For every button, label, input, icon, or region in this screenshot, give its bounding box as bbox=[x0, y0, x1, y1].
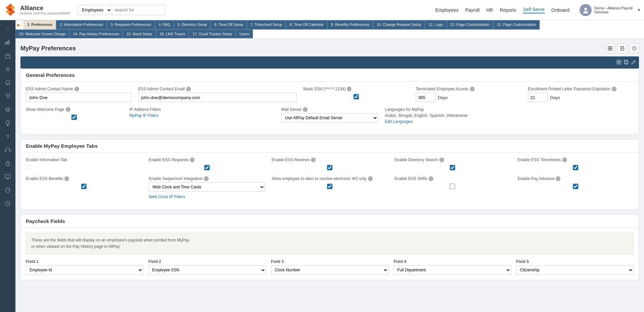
sub-tab-need-setup[interactable]: 15. Need Setup bbox=[123, 30, 156, 38]
document-button[interactable] bbox=[618, 44, 627, 53]
enrollment-input[interactable] bbox=[528, 93, 548, 102]
sidebar-item-lock[interactable] bbox=[2, 157, 14, 169]
mail-server-select[interactable]: Use AllPay Default Email Server bbox=[281, 113, 378, 123]
sub-tab-change-request[interactable]: 10. Change Request Setup bbox=[373, 20, 425, 30]
sidebar: ⌂ ? bbox=[0, 20, 15, 312]
allow-electronic-w2-checkbox[interactable] bbox=[327, 184, 332, 189]
enable-ess-shifts-checkbox[interactable] bbox=[450, 184, 455, 189]
sidebar-item-briefcase[interactable] bbox=[2, 50, 14, 62]
sidebar-item-shopping[interactable] bbox=[2, 90, 14, 102]
blue-bar-icon1[interactable] bbox=[616, 59, 622, 66]
search-category-select[interactable]: Employees bbox=[77, 5, 112, 15]
terminated-access-input[interactable] bbox=[416, 93, 436, 102]
sidebar-item-chart[interactable] bbox=[2, 36, 14, 48]
show-welcome-checkbox[interactable] bbox=[71, 115, 77, 120]
sidebar-item-clock2[interactable] bbox=[2, 197, 14, 210]
sub-tab-page-custom1[interactable]: 12. Page Customization bbox=[447, 20, 493, 30]
nav-payroll[interactable]: Payroll bbox=[465, 7, 480, 13]
terminated-access-info[interactable]: i bbox=[470, 87, 475, 91]
enable-ess-benefits-info[interactable]: i bbox=[64, 176, 69, 181]
allow-electronic-w2-info[interactable]: i bbox=[368, 176, 373, 181]
enable-ess-requests-info[interactable]: i bbox=[190, 158, 195, 162]
enrollment-info[interactable]: i bbox=[612, 87, 616, 91]
field2-group: Field 2 Employee Id Employee SSN Clock N… bbox=[148, 259, 266, 275]
field2-label: Field 2 bbox=[148, 259, 266, 264]
field1-select[interactable]: Employee Id Employee SSN Clock Number Fu… bbox=[26, 265, 143, 275]
field3-select[interactable]: Employee Id Employee SSN Clock Number Fu… bbox=[271, 265, 388, 275]
sub-tab-benefits-prefs[interactable]: 9. Benefits Preferences bbox=[327, 20, 373, 30]
mask-ssn-info[interactable]: i bbox=[347, 87, 352, 91]
enable-directory-search-checkbox[interactable] bbox=[450, 165, 455, 170]
nav-employees[interactable]: Employees bbox=[435, 7, 459, 13]
nav-self-serve[interactable]: Self Serve bbox=[523, 7, 545, 13]
search-input[interactable] bbox=[112, 5, 165, 15]
edit-languages-link[interactable]: Edit Languages bbox=[385, 119, 530, 124]
enable-info-tab-checkbox[interactable] bbox=[26, 165, 31, 170]
sidebar-item-question[interactable]: ? bbox=[2, 130, 14, 142]
ess-admin-name-info[interactable]: i bbox=[74, 87, 79, 91]
employee-tabs-section: Enable MyPay Employee Tabs Enable Inform… bbox=[20, 139, 639, 210]
svg-rect-35 bbox=[608, 49, 610, 50]
enable-ess-shifts-info[interactable]: i bbox=[429, 176, 433, 181]
sub-tab-lms-tracks[interactable]: 16. LMS Tracks bbox=[156, 30, 189, 38]
terminated-access-unit: Days bbox=[438, 95, 448, 100]
sub-tab-welcome-design[interactable]: 13. Welcome Screen Design bbox=[15, 30, 69, 38]
enable-directory-search-info[interactable]: i bbox=[439, 158, 444, 162]
sub-tab-time-off-setup[interactable]: 6. Time Off Setup bbox=[211, 20, 247, 30]
nav-hr[interactable]: HR bbox=[486, 7, 493, 13]
blue-bar-icon3[interactable] bbox=[631, 59, 636, 66]
enable-ess-benefits-checkbox[interactable] bbox=[81, 184, 87, 189]
mail-server-info[interactable]: i bbox=[303, 107, 308, 112]
enable-ess-reviews-checkbox[interactable] bbox=[327, 165, 332, 170]
ess-admin-name-input[interactable] bbox=[26, 93, 131, 102]
sidebar-item-headset[interactable] bbox=[2, 144, 14, 156]
search-area: Employees bbox=[77, 5, 165, 15]
svg-rect-22 bbox=[9, 150, 10, 151]
grid-view-button[interactable] bbox=[605, 44, 615, 53]
ip-filters-link[interactable]: MyPay IP Filters bbox=[129, 113, 275, 118]
enable-swipeclock-info[interactable]: i bbox=[204, 176, 209, 181]
ess-admin-email-info[interactable]: i bbox=[186, 87, 191, 91]
sidebar-item-home[interactable]: ⌂ bbox=[2, 23, 14, 35]
sub-tab-directory-setup[interactable]: 5. Directory Setup bbox=[174, 20, 211, 30]
enable-ess-reviews-info[interactable]: i bbox=[311, 158, 316, 162]
web-clock-ip-filters-link[interactable]: Web Clock IP Filters bbox=[149, 194, 265, 199]
sub-tab-page-custom2[interactable]: 12. Page Customization bbox=[493, 20, 540, 30]
mask-ssn-checkbox[interactable] bbox=[354, 94, 359, 99]
sub-tab-pay-history-prefs[interactable]: 14. Pay History Preferences bbox=[69, 30, 123, 38]
ess-admin-email-input[interactable] bbox=[138, 93, 297, 102]
enable-pay-advance-info[interactable]: i bbox=[556, 176, 560, 181]
field2-select[interactable]: Employee Id Employee SSN Clock Number Fu… bbox=[148, 265, 266, 275]
nav-onboard[interactable]: Onboard bbox=[551, 7, 570, 13]
history-button[interactable] bbox=[630, 44, 639, 53]
enable-pay-advance-checkbox[interactable] bbox=[573, 184, 578, 189]
field5-select[interactable]: Employee Id Employee SSN Clock Number Fu… bbox=[516, 265, 634, 275]
sidebar-item-graduation[interactable] bbox=[2, 103, 14, 116]
sub-tab-preferences[interactable]: 1. Preferences bbox=[23, 20, 56, 30]
sub-tab-faq[interactable]: 4. FAQ bbox=[155, 20, 174, 30]
enable-ess-requests-checkbox[interactable] bbox=[204, 165, 210, 170]
sub-tab-requests-prefs[interactable]: 3. Requests Preferences bbox=[107, 20, 155, 30]
logo-text: Alliance HUMAN CAPITAL MANAGEMENT bbox=[20, 5, 71, 15]
show-welcome-info[interactable]: i bbox=[66, 107, 70, 112]
sidebar-item-list[interactable] bbox=[2, 63, 14, 75]
sidebar-item-monitor[interactable] bbox=[2, 171, 14, 183]
sub-tab-info-prefs[interactable]: 2. Information Preferences bbox=[56, 20, 107, 30]
sidebar-item-lightbulb[interactable] bbox=[2, 117, 14, 129]
blue-bar-icon2[interactable] bbox=[624, 59, 629, 66]
sub-tab-time-off-calendar[interactable]: 8. Time Off Calendar bbox=[286, 20, 327, 30]
sub-tab-logo[interactable]: 11. Logo bbox=[425, 20, 447, 30]
sub-tab-users[interactable]: Users bbox=[236, 30, 253, 38]
user-dropdown-icon[interactable]: ▼ bbox=[637, 8, 641, 12]
field4-select[interactable]: Employee Id Employee SSN Clock Number Fu… bbox=[393, 265, 511, 275]
sub-tab-timesheet-setup[interactable]: 7. Timesheet Setup bbox=[247, 20, 286, 30]
nav-reports[interactable]: Reports bbox=[500, 7, 516, 13]
sidebar-item-bell[interactable] bbox=[2, 77, 14, 89]
nav-arrow[interactable]: ▶ bbox=[15, 20, 22, 30]
enable-swipeclock-select[interactable]: Web Clock and Time Cards None Swipeclock… bbox=[149, 182, 265, 192]
allow-electronic-w2-group: Allow employee to elect to receive elect… bbox=[272, 176, 388, 189]
enable-ess-timesheets-checkbox[interactable] bbox=[573, 165, 578, 170]
sub-tab-covid-tracker[interactable]: 17. Covid Tracker Setup bbox=[189, 30, 236, 38]
sidebar-item-clock[interactable] bbox=[2, 184, 14, 196]
enable-ess-timesheets-info[interactable]: i bbox=[562, 158, 567, 162]
